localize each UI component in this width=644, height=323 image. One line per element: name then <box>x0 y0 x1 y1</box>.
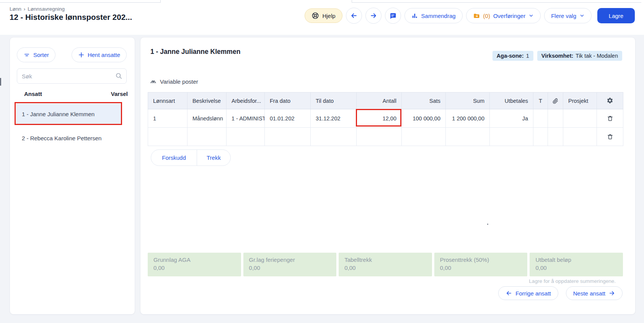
plus-icon <box>78 52 85 58</box>
aga-zone-value: 1 <box>526 53 529 59</box>
employee-search <box>17 68 127 84</box>
col-header-beskrivelse: Beskrivelse <box>187 93 227 109</box>
save-button[interactable]: Lagre <box>597 8 635 23</box>
col-header-arbeidsforhold: Arbeidsfor... <box>227 93 265 109</box>
summary-label: Gr.lag feriepenger <box>249 256 337 263</box>
navigate-back-button[interactable] <box>346 8 362 24</box>
cell-attachment[interactable] <box>548 109 563 128</box>
cursor-artifact <box>487 224 488 225</box>
cell-lonnsart[interactable]: 1 <box>148 109 187 128</box>
sort-button[interactable]: Sorter <box>17 47 55 62</box>
arrow-right-icon <box>608 290 615 297</box>
next-employee-label: Neste ansatt <box>573 290 605 297</box>
variable-posts-section-toggle[interactable]: Variable poster <box>150 78 198 85</box>
list-header-alert: Varsel <box>111 91 128 97</box>
next-employee-button[interactable]: Neste ansatt <box>566 286 623 300</box>
col-header-lonnsart: Lønnsart <box>148 93 187 109</box>
page-title: 12 - Historiske lønnsposter 202... <box>10 13 132 22</box>
previous-employee-label: Forrige ansatt <box>515 290 551 297</box>
summary-value: 0,00 <box>440 265 528 271</box>
collapse-double-chevron-icon <box>150 78 157 85</box>
cell-utbetales[interactable]: Ja <box>490 109 533 128</box>
cell-antall[interactable]: 12,00 <box>357 109 402 128</box>
cell-t[interactable] <box>533 109 548 128</box>
trash-icon[interactable] <box>606 114 614 122</box>
payroll-row[interactable]: 1 Månedslønn 1 - ADMINIST 01.01.202 31.1… <box>148 109 623 128</box>
screen-edge-artifact <box>0 78 1 86</box>
more-options-label: Flere valg <box>551 13 576 19</box>
folder-export-icon <box>473 12 480 19</box>
col-header-attachment <box>548 93 563 109</box>
advance-deduction-tabs: Forskudd Trekk <box>151 149 231 166</box>
summary-value: 0,00 <box>535 265 623 271</box>
topbar-actions: Hjelp <box>305 8 635 24</box>
fetch-employees-button[interactable]: Hent ansatte <box>72 47 127 62</box>
summary-box-grlag-feriepenger: Gr.lag feriepenger 0,00 <box>243 253 337 276</box>
cell-fra-dato[interactable] <box>265 128 311 146</box>
col-header-fra-dato: Fra dato <box>265 93 311 109</box>
summary-label: Sammendrag <box>421 13 456 19</box>
summary-button[interactable]: Sammendrag <box>404 8 463 23</box>
arrow-right-icon <box>370 12 377 19</box>
navigate-forward-button[interactable] <box>365 8 382 24</box>
search-input[interactable] <box>17 68 127 84</box>
cell-fra-dato[interactable]: 01.01.202 <box>265 109 311 128</box>
transfers-dropdown-button[interactable]: (0) Overføringer <box>466 8 541 23</box>
transfers-count: (0) <box>483 13 490 19</box>
comments-button[interactable] <box>385 8 401 24</box>
trash-icon[interactable] <box>606 133 614 141</box>
cell-t[interactable] <box>533 128 548 146</box>
cell-antall[interactable] <box>357 128 402 146</box>
cell-sats[interactable]: 100 000,00 <box>402 109 446 128</box>
cell-beskrivelse[interactable]: Månedslønn <box>187 109 227 128</box>
col-header-antall: Antall <box>357 93 402 109</box>
chevron-down-icon <box>528 13 534 18</box>
tab-forskudd[interactable]: Forskudd <box>151 150 197 166</box>
summary-totals-row: Grunnlag AGA 0,00 Gr.lag feriepenger 0,0… <box>148 253 623 276</box>
lifebuoy-icon <box>311 12 319 19</box>
arrow-left-icon <box>350 12 358 19</box>
more-options-dropdown-button[interactable]: Flere valg <box>544 8 592 23</box>
bar-chart-icon <box>411 12 418 19</box>
cell-arbeidsforhold[interactable] <box>227 128 265 146</box>
aga-zone-label: Aga-sone: <box>497 53 524 59</box>
cell-attachment[interactable] <box>548 128 563 146</box>
breadcrumb-item-lonnsavregning[interactable]: Lønnsavregning <box>28 6 65 12</box>
cell-lonnsart[interactable] <box>148 128 187 146</box>
transfers-label: Overføringer <box>493 13 525 19</box>
cell-sum[interactable] <box>446 128 490 146</box>
breadcrumb-item-lonn[interactable]: Lønn <box>10 6 21 12</box>
variable-posts-label: Variable poster <box>160 78 198 85</box>
help-button[interactable]: Hjelp <box>305 8 342 23</box>
employee-list-item[interactable]: 1 - Janne Julianne Klemmen <box>16 104 122 124</box>
cell-prosjekt[interactable] <box>563 128 597 146</box>
sort-label: Sorter <box>33 52 49 58</box>
summary-box-tabelltrekk: Tabelltrekk 0,00 <box>339 253 432 276</box>
company-label: Virksomhet: <box>541 53 574 59</box>
cell-actions <box>597 128 623 146</box>
employee-navigation: Forrige ansatt Neste ansatt <box>498 286 623 300</box>
previous-employee-button[interactable]: Forrige ansatt <box>498 286 558 300</box>
cell-sum[interactable]: 1 200 000,00 <box>446 109 490 128</box>
summary-box-grunnlag-aga: Grunnlag AGA 0,00 <box>148 253 241 276</box>
summary-value: 0,00 <box>249 265 337 271</box>
payroll-row-empty[interactable] <box>148 128 623 146</box>
cell-utbetales[interactable] <box>490 128 533 146</box>
cell-sats[interactable] <box>402 128 446 146</box>
employee-badges: Aga-sone: 1 Virksomhet: Tik tak - Modale… <box>492 51 622 61</box>
col-header-settings <box>597 93 623 109</box>
tab-trekk[interactable]: Trekk <box>197 150 230 166</box>
cell-arbeidsforhold[interactable]: 1 - ADMINIST <box>227 109 265 128</box>
save-to-update-hint: Lagre for å oppdatere summeringene. <box>529 278 616 284</box>
gear-icon[interactable] <box>606 96 614 105</box>
cell-til-dato[interactable]: 31.12.202 <box>311 109 357 128</box>
employee-list-item[interactable]: 2 - Rebecca Karoline Pettersen <box>16 128 122 148</box>
summary-label: Grunnlag AGA <box>153 256 241 263</box>
cell-til-dato[interactable] <box>311 128 357 146</box>
breadcrumb-separator: › <box>24 6 26 12</box>
browser-tab-edge <box>352 2 641 3</box>
topbar: Lønn › Lønnsavregning 12 - Historiske lø… <box>0 0 644 35</box>
cell-prosjekt[interactable] <box>563 109 597 128</box>
browser-tab-edge <box>352 0 352 3</box>
cell-beskrivelse[interactable] <box>187 128 227 146</box>
